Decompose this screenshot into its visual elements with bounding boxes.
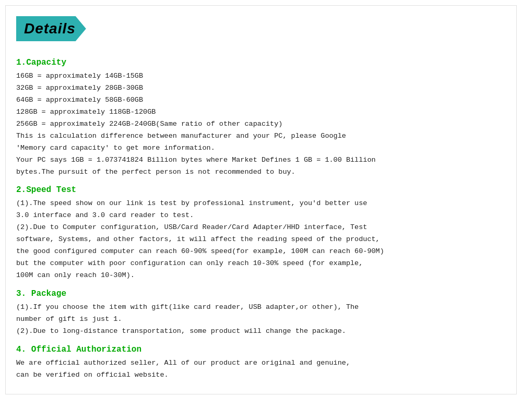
text-line-capacity-6: 'Memory card capacity' to get more infor… — [16, 142, 506, 154]
text-line-speed-test-0: (1).The speed show on our link is test b… — [16, 198, 506, 210]
text-line-capacity-3: 128GB = approximately 118GB-120GB — [16, 106, 506, 118]
text-line-capacity-8: bytes.The pursuit of the perfect person … — [16, 166, 506, 178]
text-line-capacity-0: 16GB = approximately 14GB-15GB — [16, 70, 506, 82]
details-banner-bg: Details — [16, 16, 86, 41]
page-container: Details 1.Capacity16GB = approximately 1… — [5, 5, 517, 394]
text-line-capacity-4: 256GB = approximately 224GB-240GB(Same r… — [16, 118, 506, 130]
text-line-speed-test-4: the good configured computer can reach 6… — [16, 246, 506, 258]
section-speed-test: 2.Speed Test(1).The speed show on our li… — [16, 185, 506, 282]
text-line-speed-test-1: 3.0 interface and 3.0 card reader to tes… — [16, 210, 506, 222]
sections-container: 1.Capacity16GB = approximately 14GB-15GB… — [16, 58, 506, 381]
section-capacity: 1.Capacity16GB = approximately 14GB-15GB… — [16, 58, 506, 178]
text-line-speed-test-3: software, Systems, and other factors, it… — [16, 234, 506, 246]
text-line-official-authorization-0: We are official authorized seller, All o… — [16, 357, 506, 369]
text-line-capacity-5: This is calculation difference between m… — [16, 130, 506, 142]
section-heading-package: 3. Package — [16, 289, 506, 298]
text-line-speed-test-5: but the computer with poor configuration… — [16, 258, 506, 270]
text-line-package-0: (1).If you choose the item with gift(lik… — [16, 302, 506, 314]
text-line-speed-test-6: 100M can only reach 10-30M). — [16, 270, 506, 282]
details-banner: Details — [16, 16, 86, 41]
text-line-package-1: number of gift is just 1. — [16, 314, 506, 326]
section-package: 3. Package(1).If you choose the item wit… — [16, 289, 506, 338]
text-line-speed-test-2: (2).Due to Computer configuration, USB/C… — [16, 222, 506, 234]
text-line-capacity-1: 32GB = approximately 28GB-30GB — [16, 82, 506, 94]
section-official-authorization: 4. Official AuthorizationWe are official… — [16, 345, 506, 381]
section-heading-capacity: 1.Capacity — [16, 58, 506, 67]
section-heading-speed-test: 2.Speed Test — [16, 185, 506, 195]
text-line-capacity-2: 64GB = approximately 58GB-60GB — [16, 94, 506, 106]
text-line-capacity-7: Your PC says 1GB = 1.073741824 Billion b… — [16, 154, 506, 166]
text-line-package-2: (2).Due to long-distance transportation,… — [16, 326, 506, 338]
text-line-official-authorization-1: can be verified on official website. — [16, 369, 506, 381]
details-title: Details — [24, 20, 76, 37]
section-heading-official-authorization: 4. Official Authorization — [16, 345, 506, 354]
